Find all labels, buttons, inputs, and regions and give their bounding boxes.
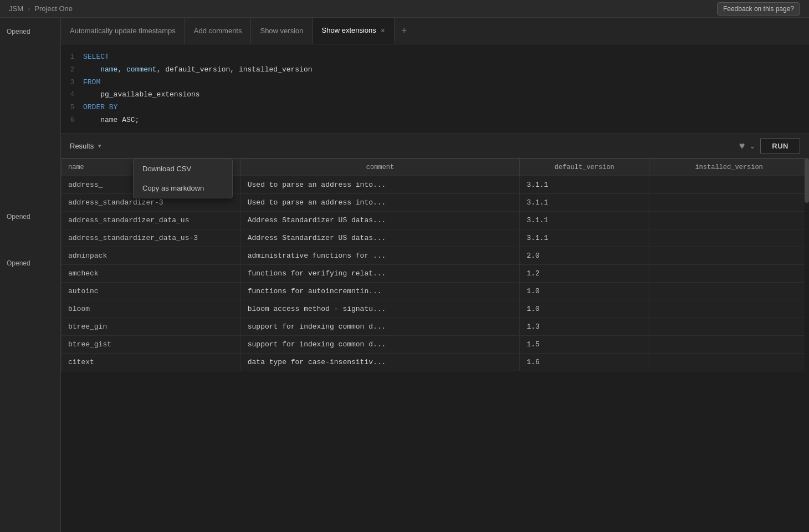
cell-comment: functions for autoincremntin... — [240, 282, 520, 300]
col-header-installed-version: installed_version — [649, 158, 809, 176]
table-row: bloombloom access method - signatu...1.0 — [62, 300, 809, 318]
breadcrumb-project: Project One — [34, 4, 73, 13]
cell-name: btree_gist — [62, 335, 241, 353]
line-number-4: 4 — [61, 90, 83, 100]
scrollbar-track — [805, 158, 809, 532]
cell-installed_version — [649, 176, 809, 193]
cell-installed_version — [649, 247, 809, 264]
cell-comment: bloom access method - signatu... — [240, 300, 520, 318]
tabs-bar: Automatically update timestamps Add comm… — [61, 18, 809, 44]
cell-comment: administrative functions for ... — [240, 247, 520, 264]
table-row: address_standardizer_data_usAddress Stan… — [62, 211, 809, 229]
scrollbar-thumb[interactable] — [805, 158, 809, 203]
cell-default_version: 1.0 — [520, 282, 649, 300]
cell-installed_version — [649, 318, 809, 335]
table-row: autoincfunctions for autoincremntin...1.… — [62, 282, 809, 300]
line-number-1: 1 — [61, 52, 83, 63]
code-content-3: FROM — [83, 77, 100, 89]
code-line-3: 3 FROM — [61, 76, 809, 89]
table-wrapper: name comment default_version installed_v… — [61, 158, 809, 532]
results-area: Download CSV Copy as markdown name comme… — [61, 158, 809, 532]
cell-installed_version — [649, 193, 809, 211]
sidebar-item-2[interactable]: Opened — [0, 207, 60, 226]
table-row: amcheckfunctions for verifying relat...1… — [62, 264, 809, 282]
line-number-2: 2 — [61, 65, 83, 75]
tab-show-extensions[interactable]: Show extensions × — [313, 18, 395, 44]
cell-comment: data type for case-insensitiv... — [240, 353, 520, 371]
tab-add-button[interactable]: + — [395, 18, 414, 44]
download-csv-item[interactable]: Download CSV — [134, 159, 232, 178]
code-editor: 1 SELECT 2 name, comment, default_versio… — [61, 44, 809, 134]
cell-default_version: 1.0 — [520, 300, 649, 318]
cell-installed_version — [649, 335, 809, 353]
cell-installed_version — [649, 300, 809, 318]
line-number-5: 5 — [61, 103, 83, 113]
tab-add-comments[interactable]: Add comments — [185, 18, 252, 44]
context-menu: Download CSV Copy as markdown — [133, 158, 233, 198]
cell-default_version: 3.1.1 — [520, 193, 649, 211]
breadcrumb-bar: JSM › Project One Feedback on this page? — [0, 0, 809, 18]
cell-comment: support for indexing common d... — [240, 335, 520, 353]
content-area: Automatically update timestamps Add comm… — [61, 18, 809, 532]
sidebar: Opened Opened Opened — [0, 18, 61, 532]
cell-name: btree_gin — [62, 318, 241, 335]
cell-name: bloom — [62, 300, 241, 318]
table-row: adminpackadministrative functions for ..… — [62, 247, 809, 264]
cell-name: address_standardizer_data_us — [62, 211, 241, 229]
main-layout: Opened Opened Opened Automatically updat… — [0, 18, 809, 532]
cell-comment: Address Standardizer US datas... — [240, 211, 520, 229]
cell-comment: Address Standardizer US datas... — [240, 229, 520, 247]
table-body: address_Used to parse an address into...… — [62, 176, 809, 371]
cell-default_version: 1.5 — [520, 335, 649, 353]
code-content-6: name ASC; — [83, 115, 139, 126]
breadcrumb-separator: › — [28, 4, 30, 13]
collapse-button[interactable]: ⌄ — [749, 141, 756, 150]
code-content-5: ORDER BY — [83, 102, 117, 114]
cell-default_version: 3.1.1 — [520, 176, 649, 193]
cell-name: adminpack — [62, 247, 241, 264]
cell-installed_version — [649, 282, 809, 300]
results-dropdown-icon[interactable]: ▾ — [98, 142, 101, 150]
cell-comment: Used to parse an address into... — [240, 193, 520, 211]
table-row: citextdata type for case-insensitiv...1.… — [62, 353, 809, 371]
code-line-1: 1 SELECT — [61, 51, 809, 64]
code-content-4: pg_available_extensions — [83, 89, 200, 101]
tab-auto-timestamps[interactable]: Automatically update timestamps — [61, 18, 185, 44]
col-header-comment: comment — [240, 158, 520, 176]
cell-default_version: 3.1.1 — [520, 229, 649, 247]
results-label: Results — [70, 142, 94, 150]
line-number-3: 3 — [61, 78, 83, 88]
cell-default_version: 2.0 — [520, 247, 649, 264]
cell-default_version: 3.1.1 — [520, 211, 649, 229]
feedback-button[interactable]: Feedback on this page? — [717, 2, 800, 16]
tab-show-version[interactable]: Show version — [251, 18, 313, 44]
cell-name: autoinc — [62, 282, 241, 300]
code-content-1: SELECT — [83, 52, 109, 63]
tab-close-icon[interactable]: × — [381, 27, 385, 34]
cell-comment: support for indexing common d... — [240, 318, 520, 335]
favorite-button[interactable]: ♥ — [739, 140, 745, 152]
tab-show-extensions-label: Show extensions — [322, 26, 376, 34]
code-line-2: 2 name, comment, default_version, instal… — [61, 64, 809, 76]
cell-comment: Used to parse an address into... — [240, 176, 520, 193]
cell-installed_version — [649, 229, 809, 247]
cell-default_version: 1.3 — [520, 318, 649, 335]
col-header-default-version: default_version — [520, 158, 649, 176]
cell-name: amcheck — [62, 264, 241, 282]
table-row: btree_gistsupport for indexing common d.… — [62, 335, 809, 353]
copy-markdown-item[interactable]: Copy as markdown — [134, 178, 232, 198]
cell-name: citext — [62, 353, 241, 371]
cell-installed_version — [649, 264, 809, 282]
line-number-6: 6 — [61, 115, 83, 126]
code-line-5: 5 ORDER BY — [61, 101, 809, 114]
results-bar: Results ▾ ♥ ⌄ RUN — [61, 134, 809, 158]
sidebar-item-1[interactable]: Opened — [0, 22, 60, 41]
cell-default_version: 1.6 — [520, 353, 649, 371]
run-button[interactable]: RUN — [760, 138, 800, 154]
cell-comment: functions for verifying relat... — [240, 264, 520, 282]
code-line-4: 4 pg_available_extensions — [61, 89, 809, 101]
sidebar-item-3[interactable]: Opened — [0, 254, 60, 273]
table-row: address_standardizer_data_us-3Address St… — [62, 229, 809, 247]
cell-installed_version — [649, 211, 809, 229]
table-scroll[interactable]: name comment default_version installed_v… — [61, 158, 809, 532]
